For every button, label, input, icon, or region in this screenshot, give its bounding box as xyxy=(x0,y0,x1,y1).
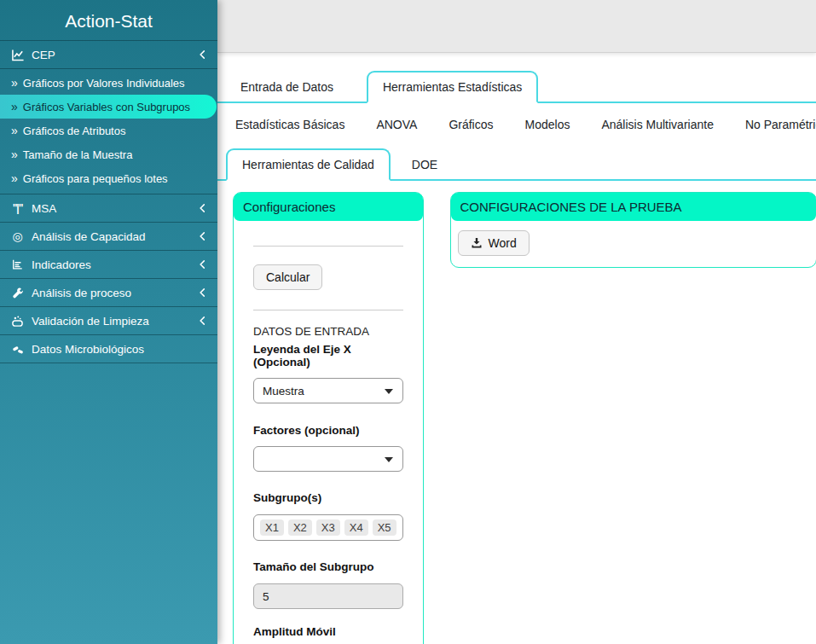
sidebar-item-cep[interactable]: CEP xyxy=(0,41,217,68)
sidebar-section-msa: "|" MSA xyxy=(0,194,217,222)
double-chevron-icon: » xyxy=(11,100,17,113)
subgroup-chip[interactable]: X3 xyxy=(316,519,340,536)
word-export-label: Word xyxy=(489,236,517,250)
sidebar-item-label: Análisis de proceso xyxy=(32,287,131,299)
word-export-button[interactable]: Word xyxy=(458,230,530,256)
target-icon: ◎ xyxy=(10,230,25,242)
sidebar-section-microbiologicos: Datos Microbiológicos xyxy=(0,334,217,363)
tab-graficos[interactable]: Gráficos xyxy=(449,118,493,131)
test-config-panel: CONFIGURACIONES DE LA PRUEBA Word xyxy=(450,192,816,268)
factors-label: Factores (opcional) xyxy=(253,424,403,437)
tertiary-tab-bar: Herramientas de Calidad DOE xyxy=(217,148,816,181)
sidebar-item-label: CEP xyxy=(32,49,55,61)
tab-no-parametrico[interactable]: No Paramétrico xyxy=(745,118,816,131)
primary-tab-bar: Entrada de Datos Herramientas Estadístic… xyxy=(217,71,816,103)
sidebar: Action-Stat CEP » Gráficos por Valores I… xyxy=(0,0,217,644)
moving-range-label: Amplitud Móvil xyxy=(253,625,403,638)
wrench-icon xyxy=(10,287,25,299)
app-title: Action-Stat xyxy=(0,0,217,40)
sidebar-section-proceso: Análisis de proceso xyxy=(0,278,217,306)
chevron-down-icon xyxy=(385,457,393,462)
tab-herramientas-estadisticas[interactable]: Herramientas Estadísticas xyxy=(367,71,538,103)
tab-anova[interactable]: ANOVA xyxy=(376,118,417,131)
sidebar-subitem-graficos-pequenos-lotes[interactable]: » Gráficos para pequeños lotes xyxy=(0,166,217,190)
subgroup-size-label: Tamaño del Subgrupo xyxy=(253,560,403,573)
chevron-down-icon xyxy=(385,389,393,394)
sidebar-item-analisis-proceso[interactable]: Análisis de proceso xyxy=(0,279,217,306)
sidebar-subitem-graficos-atributos[interactable]: » Gráficos de Atributos xyxy=(0,119,217,142)
sidebar-item-label: Validación de Limpieza xyxy=(32,315,149,328)
x-axis-legend-label: Leyenda del Eje X (Opcional) xyxy=(253,343,403,368)
subgroup-chip[interactable]: X1 xyxy=(260,519,284,536)
chevron-left-icon xyxy=(198,203,207,213)
calculate-button[interactable]: Calcular xyxy=(253,264,322,290)
subgroup-chip[interactable]: X5 xyxy=(373,519,396,536)
x-axis-legend-value: Muestra xyxy=(263,385,304,397)
chevron-left-icon xyxy=(198,316,207,326)
sidebar-subitem-graficos-variables-subgrupos[interactable]: » Gráficos Variables con Subgrupos xyxy=(0,95,217,119)
tab-doe[interactable]: DOE xyxy=(397,150,452,179)
x-axis-legend-select[interactable]: Muestra xyxy=(253,378,403,403)
tab-modelos[interactable]: Modelos xyxy=(525,118,570,131)
subgroup-chip[interactable]: X2 xyxy=(288,519,312,536)
cep-submenu: » Gráficos por Valores Individuales » Gr… xyxy=(0,68,217,194)
double-chevron-icon: » xyxy=(11,76,17,90)
sidebar-subitem-graficos-valores-individuales[interactable]: » Gráficos por Valores Individuales xyxy=(0,71,217,95)
microbe-icon xyxy=(10,343,25,356)
sidebar-section-capacidad: ◎ Análisis de Capacidad xyxy=(0,222,217,250)
bar-chart-icon xyxy=(10,258,25,270)
double-chevron-icon: » xyxy=(11,148,17,161)
sidebar-section-limpieza: Validación de Limpieza xyxy=(0,306,217,334)
sidebar-item-label: Datos Microbiológicos xyxy=(32,343,144,356)
top-bar xyxy=(217,0,816,53)
msa-caliper-icon: "|" xyxy=(10,202,25,214)
sidebar-section-indicadores: Indicadores xyxy=(0,250,217,278)
soap-icon xyxy=(10,315,25,328)
subitem-label: Gráficos para pequeños lotes xyxy=(23,172,168,185)
sidebar-section-cep: CEP » Gráficos por Valores Individuales … xyxy=(0,40,217,194)
subitem-label: Gráficos por Valores Individuales xyxy=(23,77,185,90)
config-panel-title: Configuraciones xyxy=(234,193,423,221)
config-panel: Configuraciones Calcular DATOS DE ENTRAD… xyxy=(233,192,424,644)
sidebar-item-datos-microbiologicos[interactable]: Datos Microbiológicos xyxy=(0,335,217,363)
sidebar-item-validacion-limpieza[interactable]: Validación de Limpieza xyxy=(0,307,217,334)
subitem-label: Tamaño de la Muestra xyxy=(23,148,133,161)
sidebar-item-label: Análisis de Capacidad xyxy=(32,230,146,243)
subgroups-input[interactable]: X1 X2 X3 X4 X5 xyxy=(253,514,403,541)
chevron-left-icon xyxy=(198,231,207,241)
double-chevron-icon: » xyxy=(11,124,17,137)
sidebar-item-indicadores[interactable]: Indicadores xyxy=(0,251,217,278)
tab-analisis-multivariante[interactable]: Análisis Multivariante xyxy=(601,118,714,131)
chevron-left-icon xyxy=(198,49,207,60)
divider xyxy=(253,246,403,247)
main-content: Entrada de Datos Herramientas Estadístic… xyxy=(217,54,816,644)
sidebar-item-label: Indicadores xyxy=(32,258,91,271)
tab-estadisticas-basicas[interactable]: Estadísticas Básicas xyxy=(235,118,344,131)
sidebar-item-analisis-capacidad[interactable]: ◎ Análisis de Capacidad xyxy=(0,223,217,250)
sidebar-item-msa[interactable]: "|" MSA xyxy=(0,194,217,222)
subgroup-chip[interactable]: X4 xyxy=(344,519,368,536)
sidebar-subitem-tamano-muestra[interactable]: » Tamaño de la Muestra xyxy=(0,142,217,166)
chart-line-icon xyxy=(10,49,25,61)
input-data-heading: DATOS DE ENTRADA xyxy=(253,325,403,338)
chevron-left-icon xyxy=(198,287,207,298)
panels-row: Configuraciones Calcular DATOS DE ENTRAD… xyxy=(217,192,816,644)
tab-entrada-de-datos[interactable]: Entrada de Datos xyxy=(226,73,348,102)
tab-herramientas-de-calidad[interactable]: Herramientas de Calidad xyxy=(226,148,391,181)
chevron-left-icon xyxy=(198,259,207,270)
secondary-tab-bar: Estadísticas Básicas ANOVA Gráficos Mode… xyxy=(217,103,816,142)
subgroups-label: Subgrupo(s) xyxy=(253,491,403,504)
factors-select[interactable] xyxy=(253,446,403,472)
double-chevron-icon: » xyxy=(11,171,17,185)
download-icon xyxy=(471,237,483,249)
sidebar-item-label: MSA xyxy=(32,202,56,215)
subitem-label: Gráficos de Atributos xyxy=(23,125,126,137)
test-config-panel-title: CONFIGURACIONES DE LA PRUEBA xyxy=(451,193,816,221)
subitem-label: Gráficos Variables con Subgrupos xyxy=(23,101,190,113)
divider xyxy=(253,310,403,310)
subgroup-size-field xyxy=(253,583,403,609)
